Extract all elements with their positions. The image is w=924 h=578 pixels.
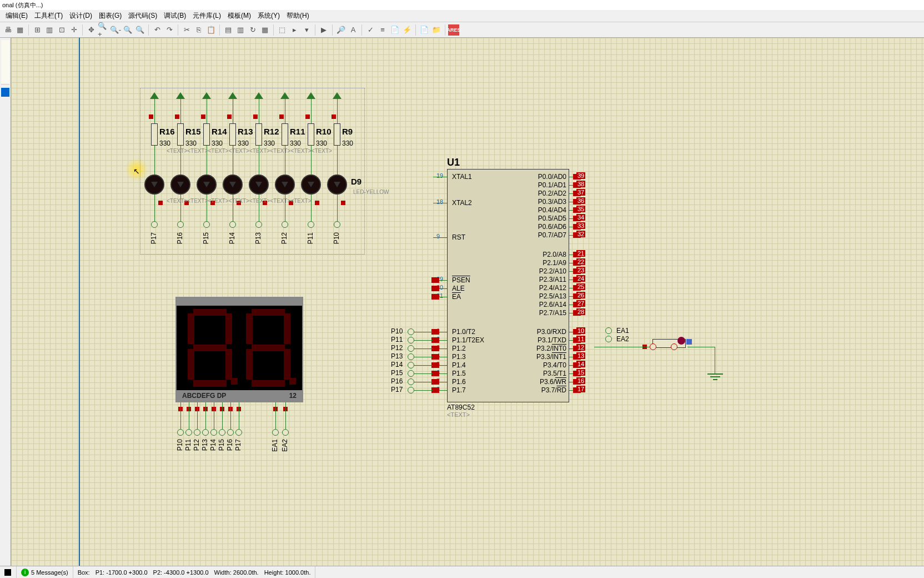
text-tool-icon[interactable]: A: [348, 24, 359, 36]
seg7-display[interactable]: ABCDEFG DP 12: [175, 297, 303, 402]
pin-num: 15: [576, 369, 585, 376]
verify-icon[interactable]: ✓: [365, 24, 376, 36]
copy-icon[interactable]: ⎘: [193, 24, 204, 36]
chip-name: AT89C52: [447, 403, 475, 411]
net-label: P13: [201, 439, 209, 451]
terminal: [235, 429, 242, 436]
terminal: [408, 328, 414, 335]
status-messages[interactable]: i5 Message(s): [17, 566, 73, 578]
block-copy-icon[interactable]: ▤: [223, 24, 234, 36]
menu-source[interactable]: 源代码(S): [125, 11, 160, 21]
probe-blue: [686, 339, 692, 345]
pin-label: P3.6/WR: [522, 378, 566, 386]
pin-num: 16: [576, 377, 585, 384]
pick-icon[interactable]: ⬚: [277, 24, 288, 36]
probe-dot: [677, 337, 685, 345]
net-label: EA1: [271, 439, 279, 452]
pin-label: P1.5: [452, 370, 466, 377]
block-delete-icon[interactable]: ▦: [259, 24, 270, 36]
schematic-canvas[interactable]: ↖ R16 330 P17 R15 330 P16 R14 330: [11, 38, 924, 566]
run-icon[interactable]: ▶: [318, 24, 329, 36]
new-icon[interactable]: 📄: [419, 24, 430, 36]
pin-label: P0.5/AD5: [522, 215, 566, 222]
side-selection[interactable]: [1, 88, 9, 97]
redo-icon[interactable]: ↷: [164, 24, 175, 36]
ares-icon[interactable]: ARES: [448, 24, 459, 36]
pin-num: 14: [576, 361, 585, 367]
terminal: [408, 345, 414, 352]
pin-label: P0.7/AD7: [522, 231, 566, 239]
cut-icon[interactable]: ✂: [181, 24, 192, 36]
net-label: EA2: [281, 439, 289, 452]
menu-design[interactable]: 设计(D): [66, 11, 96, 21]
zoom-out-icon[interactable]: 🔍-: [110, 24, 121, 36]
pin-label: P0.2/AD2: [522, 190, 566, 197]
pin-num: 26: [576, 292, 585, 298]
net-label: P14: [391, 361, 403, 368]
label-icon[interactable]: ▾: [301, 24, 312, 36]
pin-label: P2.6/A14: [522, 301, 566, 308]
pin-label: XTAL2: [452, 199, 472, 207]
wire-icon[interactable]: ▸: [289, 24, 300, 36]
toolbar: 🖶 ▦ ⊞ ▥ ⊡ ✛ ✥ 🔍+ 🔍- 🔍 🔍 ↶ ↷ ✂ ⎘ 📋 ▤ ▥ ↻ …: [0, 22, 924, 38]
undo-icon[interactable]: ↶: [152, 24, 163, 36]
ground: [707, 373, 724, 385]
window-title: onal (仿真中...): [0, 0, 924, 10]
area-icon[interactable]: ▦: [14, 24, 26, 36]
pin-num: 36: [576, 197, 585, 204]
net-label: P13: [391, 352, 403, 360]
pin-num: 18: [436, 198, 443, 205]
grid-dot-icon[interactable]: ⊞: [32, 24, 43, 36]
term-ea2: [605, 336, 612, 342]
pin-label: P1.3: [452, 353, 466, 361]
pin-label: RST: [452, 233, 465, 241]
terminal: [219, 429, 225, 436]
pin-num: 19: [436, 172, 443, 179]
menu-edit[interactable]: 编辑(E): [2, 11, 31, 21]
pin-label: XTAL1: [452, 173, 472, 181]
pin-num: 12: [576, 344, 585, 351]
pin-num: 35: [576, 206, 585, 212]
net-label: P12: [391, 344, 403, 352]
pin-label: P0.0/AD0: [522, 173, 566, 181]
pin-num: 39: [576, 172, 585, 179]
erc-icon[interactable]: ⚡: [401, 24, 413, 36]
pin-num: 24: [576, 275, 585, 282]
bom-icon[interactable]: 📄: [389, 24, 400, 36]
netlist-icon[interactable]: ≡: [377, 24, 388, 36]
menu-toolbar[interactable]: 工具栏(T): [31, 11, 66, 21]
menu-help[interactable]: 帮助(H): [283, 11, 313, 21]
print-icon[interactable]: 🖶: [2, 24, 13, 36]
center-icon[interactable]: ✥: [86, 24, 97, 36]
pin-num: 32: [576, 231, 585, 237]
pin-num: 21: [576, 250, 585, 257]
menu-template[interactable]: 模板(M): [224, 11, 254, 21]
terminal: [408, 353, 414, 360]
menu-debug[interactable]: 调试(B): [160, 11, 189, 21]
block-rotate-icon[interactable]: ↻: [247, 24, 258, 36]
net-label: P16: [226, 439, 234, 451]
zoom-fit-icon[interactable]: 🔍: [122, 24, 133, 36]
open-icon[interactable]: 📁: [431, 24, 442, 36]
zoom-in-icon[interactable]: 🔍+: [98, 24, 109, 36]
terminal: [177, 429, 184, 436]
menu-chart[interactable]: 图表(G): [96, 11, 125, 21]
pin-label: P1.0/T2: [452, 328, 475, 336]
zoom-area-icon[interactable]: 🔍: [134, 24, 145, 36]
block-move-icon[interactable]: ▥: [235, 24, 246, 36]
net-label: P11: [391, 336, 403, 343]
net-label: P17: [391, 386, 403, 393]
find-icon[interactable]: 🔎: [335, 24, 346, 36]
grid-on-icon[interactable]: ⊡: [56, 24, 67, 36]
overview-box[interactable]: [1, 40, 9, 84]
net-label: P10: [176, 439, 184, 451]
origin-icon[interactable]: ✛: [68, 24, 79, 36]
menu-library[interactable]: 元件库(L): [189, 11, 224, 21]
pin-num: 10: [576, 327, 585, 334]
paste-icon[interactable]: 📋: [205, 24, 217, 36]
side-panel: [0, 38, 11, 566]
grid-off-icon[interactable]: ▥: [44, 24, 55, 36]
seg-legend-left: ABCDEFG DP: [182, 392, 226, 400]
net-label: P12: [193, 439, 200, 451]
menu-system[interactable]: 系统(Y): [254, 11, 283, 21]
